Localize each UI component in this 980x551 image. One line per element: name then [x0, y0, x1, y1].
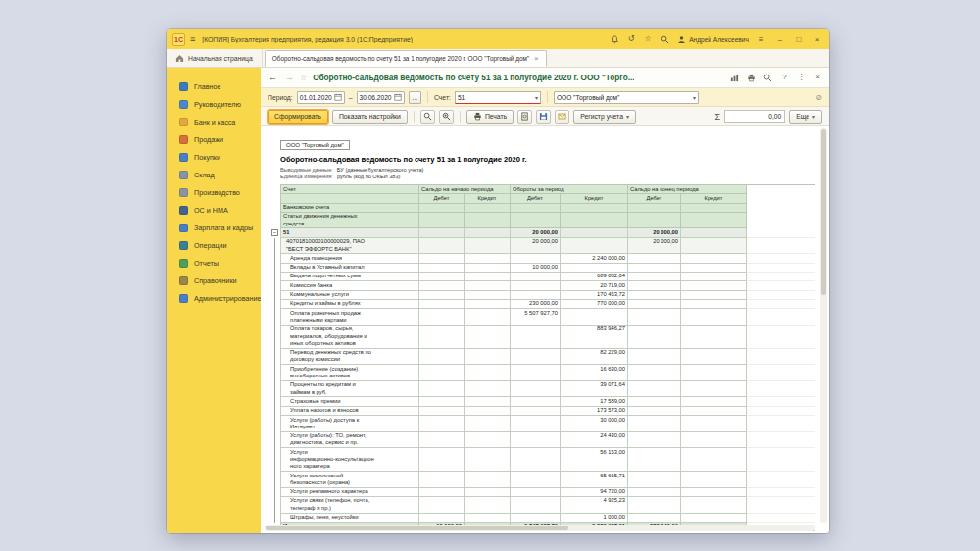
close-form-icon[interactable]: × [812, 73, 823, 83]
sidebar-item-operations[interactable]: Операции [167, 236, 261, 254]
search-icon[interactable] [660, 34, 669, 44]
more-menu-icon[interactable]: ⋮ [796, 73, 807, 83]
current-user[interactable]: Андрей Алексеевич [676, 34, 749, 44]
sidebar-item-fixed-assets[interactable]: ОС и НМА [167, 201, 261, 219]
table-row[interactable]: Страховые премии17 589,00 [270, 397, 815, 406]
table-row[interactable]: Оплата товаров, сырья, материалов, обору… [270, 326, 815, 349]
preview-button[interactable] [517, 110, 532, 124]
report-variants-icon[interactable] [729, 73, 740, 83]
sidebar-item-bank-cash[interactable]: Банк и касса [167, 113, 261, 130]
sidebar-item-manager[interactable]: Руководителю [167, 95, 261, 113]
help-icon[interactable]: ? [779, 73, 790, 83]
sidebar-item-purchases[interactable]: Покупки [167, 148, 261, 166]
period-picker-button[interactable]: ... [409, 91, 421, 104]
date-to-value: 30.06.2020 [360, 94, 392, 101]
table-row[interactable]: Выдача подотчетных сумм689 882,04 [270, 273, 815, 281]
chevron-down-icon[interactable]: ▾ [693, 94, 696, 101]
table-row[interactable]: Уплата налогов и взносов173 573,00 [270, 407, 815, 416]
clear-filter-icon[interactable]: ⊘ [815, 93, 822, 102]
favorites-star-icon[interactable]: ☆ [643, 34, 653, 44]
cell-start-credit [465, 514, 511, 523]
table-row[interactable]: Коммунальные услуги170 453,72 [270, 291, 815, 300]
table-row[interactable]: Оплата розничных продаж платежными карта… [270, 309, 815, 326]
tab-home[interactable]: Начальная страница [167, 49, 263, 67]
account-field[interactable]: 51 ▾ [455, 91, 541, 104]
tab-report[interactable]: Оборотно-сальдовая ведомость по счету 51… [265, 50, 547, 67]
favorite-star-icon[interactable]: ☆ [300, 74, 307, 82]
table-row[interactable]: 40701810000100000029, ПАО "БЕСТ ЭФФОРТС … [270, 238, 815, 255]
save-button[interactable] [536, 110, 551, 124]
horizontal-scrollbar[interactable] [265, 525, 815, 531]
user-name: Андрей Алексеевич [689, 36, 749, 43]
back-button[interactable]: ← [267, 72, 279, 84]
sidebar-item-salary-hr[interactable]: Зарплата и кадры [167, 219, 261, 236]
table-row[interactable]: Услуги рекламного характера94 720,00 [270, 488, 815, 497]
group-expander-icon[interactable]: − [270, 228, 280, 237]
table-row[interactable]: Вклады в Уставный капитал10 000,00 [270, 264, 815, 273]
cell-turnover-credit: 24 430,00 [561, 432, 628, 449]
sidebar-item-sales[interactable]: Продажи [167, 130, 261, 148]
calendar-icon[interactable] [394, 93, 402, 101]
sum-sigma-icon[interactable]: Σ [715, 112, 721, 122]
service-menu-icon[interactable]: ≡ [756, 33, 767, 45]
minimize-button[interactable]: – [774, 33, 786, 45]
sidebar-item-reports[interactable]: Отчеты [167, 254, 261, 272]
sidebar-item-administration[interactable]: Администрирование [167, 289, 261, 307]
sidebar-item-warehouse[interactable]: Склад [167, 166, 261, 183]
organization-field[interactable]: ООО "Торговый дом" ▾ [554, 91, 699, 104]
filter-separator [547, 91, 548, 103]
close-window-button[interactable]: × [811, 33, 823, 45]
date-from-field[interactable]: 01.01.2020 [297, 91, 345, 104]
show-settings-button[interactable]: Показать настройки [332, 110, 408, 124]
cell-end-credit [681, 472, 747, 488]
cell-turnover-credit: 56 153,00 [561, 448, 628, 472]
find-icon[interactable] [762, 73, 773, 83]
history-icon[interactable]: ↺ [626, 34, 636, 44]
table-row[interactable]: Комиссия банка20 719,00 [270, 281, 815, 290]
sidebar-item-main[interactable]: Главное [167, 77, 261, 95]
print-icon[interactable] [746, 73, 757, 83]
maximize-button[interactable]: □ [793, 33, 805, 45]
vertical-scrollbar-thumb[interactable] [821, 129, 826, 295]
main-menu-icon[interactable]: ≡ [190, 35, 195, 44]
table-row[interactable]: Услуги (работы) доступа к Интернет30 000… [270, 416, 815, 432]
org-cell[interactable]: ООО "Торговый дом" [280, 140, 350, 150]
send-email-button[interactable] [555, 110, 569, 124]
horizontal-scrollbar-thumb[interactable] [266, 526, 568, 530]
envelope-icon [558, 112, 566, 121]
toolbar-separator [414, 111, 415, 123]
chevron-down-icon[interactable]: ▾ [535, 94, 538, 101]
table-row[interactable]: Услуги связи (телефон, почта, телеграф и… [270, 497, 815, 514]
zoom-button[interactable] [439, 110, 454, 124]
generate-button[interactable]: Сформировать [268, 110, 328, 124]
table-row[interactable]: −5120 000,0020 000,00 [270, 228, 815, 237]
table-row[interactable]: Услуги (работы): ТО, ремонт, диагностика… [270, 432, 815, 449]
table-row[interactable]: Услуги комплексной безопасности (охрана)… [270, 472, 815, 488]
autosum-field[interactable]: 0,00 [724, 110, 785, 123]
cell-start-debit [419, 365, 465, 381]
forward-button[interactable]: → [283, 72, 296, 84]
table-row[interactable]: Аренда помещения2 240 000,00 [270, 254, 815, 263]
notifications-bell-icon[interactable] [610, 34, 619, 44]
cell-turnover-debit [511, 281, 561, 290]
register-dropdown[interactable]: Регистр учета ▾ [573, 110, 636, 124]
cell-end-credit [681, 432, 747, 449]
close-tab-icon[interactable]: × [534, 55, 539, 63]
table-row[interactable]: Приобретение (создание) внеоборотных акт… [270, 365, 815, 381]
row-spacer [747, 448, 815, 472]
find-button[interactable] [420, 110, 435, 124]
sidebar-item-production[interactable]: Производство [167, 183, 261, 201]
vertical-scrollbar[interactable] [820, 128, 827, 523]
date-to-field[interactable]: 30.06.2020 [357, 91, 405, 104]
table-row[interactable]: Перевод денежных средств по договору ком… [270, 349, 815, 366]
print-button[interactable]: Печать [466, 110, 514, 124]
tabbar: Начальная страница Оборотно-сальдовая ве… [167, 49, 829, 68]
calendar-icon[interactable] [334, 93, 342, 101]
table-row[interactable]: Услуги информационно-консультацион ного … [270, 448, 815, 472]
sidebar-item-directories[interactable]: Справочники [167, 272, 261, 289]
more-button[interactable]: Еще ▾ [789, 110, 822, 124]
table-row[interactable]: Кредиты и займы в рублях230 000,00770 00… [270, 300, 815, 309]
table-row[interactable]: Проценты по кредитам и займам в руб.39 0… [270, 381, 815, 398]
cell-end-debit [628, 416, 681, 432]
table-row[interactable]: Штрафы, пени, неустойки1 000,00 [270, 514, 815, 523]
